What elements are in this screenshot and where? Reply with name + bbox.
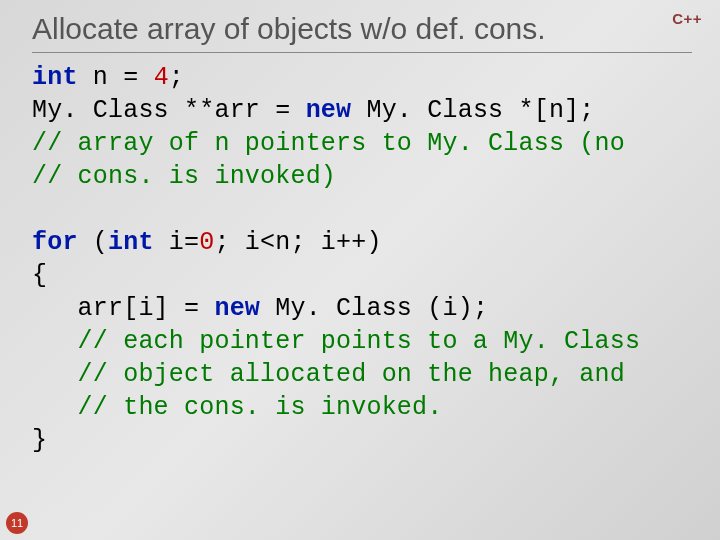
- language-badge: C++: [672, 10, 702, 27]
- code-block: int n = 4; My. Class **arr = new My. Cla…: [24, 61, 696, 457]
- code-text: arr[i] =: [32, 294, 214, 323]
- code-text: n =: [78, 63, 154, 92]
- keyword-new: new: [214, 294, 260, 323]
- comment: // array of n pointers to My. Class (no: [32, 129, 625, 158]
- code-text: ; i<n; i++): [214, 228, 381, 257]
- number-literal: 4: [154, 63, 169, 92]
- title-divider: [32, 52, 692, 53]
- comment: // object allocated on the heap, and: [32, 360, 625, 389]
- number-literal: 0: [199, 228, 214, 257]
- code-text: i=: [154, 228, 200, 257]
- code-text: (: [78, 228, 108, 257]
- code-text: {: [32, 261, 47, 290]
- keyword-for: for: [32, 228, 78, 257]
- slide: C++ Allocate array of objects w/o def. c…: [0, 0, 720, 540]
- comment: // each pointer points to a My. Class: [32, 327, 640, 356]
- keyword-new: new: [306, 96, 352, 125]
- code-text: My. Class **arr =: [32, 96, 306, 125]
- comment: // the cons. is invoked.: [32, 393, 442, 422]
- code-text: }: [32, 426, 47, 455]
- code-text: My. Class (i);: [260, 294, 488, 323]
- comment: // cons. is invoked): [32, 162, 336, 191]
- slide-title: Allocate array of objects w/o def. cons.: [24, 12, 696, 46]
- keyword-int: int: [108, 228, 154, 257]
- code-text: My. Class *[n];: [351, 96, 594, 125]
- slide-number-badge: 11: [6, 512, 28, 534]
- code-text: ;: [169, 63, 184, 92]
- keyword-int: int: [32, 63, 78, 92]
